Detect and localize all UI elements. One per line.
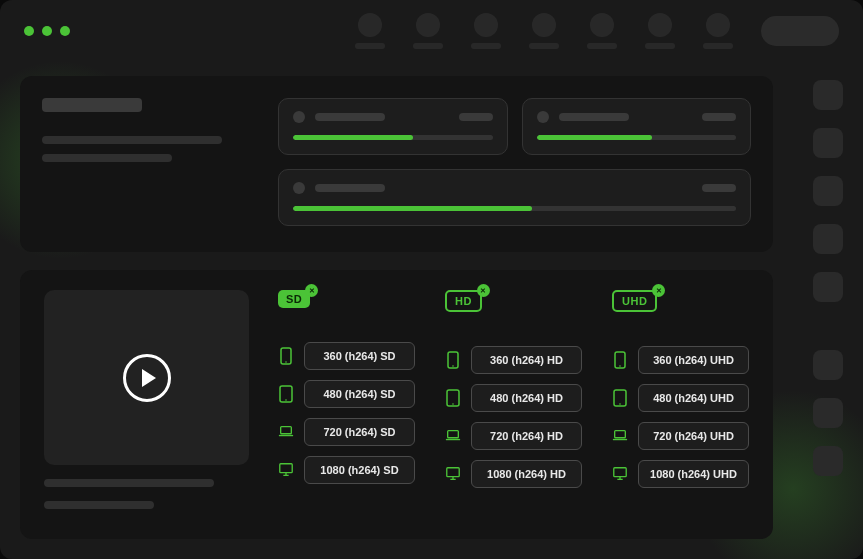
laptop-icon [278,422,294,442]
nav-action-button[interactable] [761,16,839,46]
format-row: 360 (h264) SD [278,342,415,370]
rail-button[interactable] [813,128,843,158]
format-button[interactable]: 720 (h264) HD [471,422,582,450]
svg-point-9 [452,403,454,405]
play-button[interactable] [123,354,171,402]
format-row: 360 (h264) HD [445,346,582,374]
format-button[interactable]: 480 (h264) UHD [638,384,749,412]
quality-badge-uhd[interactable]: UHD ✕ [612,290,657,312]
titlebar [0,0,863,62]
rail-button[interactable] [813,80,843,110]
rail-button[interactable] [813,272,843,302]
laptop-icon [445,426,461,446]
format-columns: SD ✕ 360 (h264) SD 480 (h264) SD [278,290,749,519]
rail-button[interactable] [813,350,843,380]
rail-button[interactable] [813,224,843,254]
quality-badge-sd[interactable]: SD ✕ [278,290,310,308]
video-preview[interactable] [44,290,249,465]
output-formats-panel: SD ✕ 360 (h264) SD 480 (h264) SD [20,270,773,539]
preview-meta-line [44,501,154,509]
nav-item[interactable] [471,13,501,49]
progress-meta-placeholder [702,113,736,121]
status-dot [293,111,305,123]
info-line [42,136,222,144]
format-button[interactable]: 360 (h264) SD [304,342,415,370]
desktop-icon [612,464,628,484]
progress-card[interactable] [278,98,508,155]
progress-label-placeholder [315,113,385,121]
format-row: 720 (h264) SD [278,418,415,446]
progress-label-placeholder [559,113,629,121]
svg-rect-5 [280,464,292,473]
svg-rect-10 [448,431,459,438]
tablet-icon [445,388,461,408]
phone-icon [612,350,628,370]
phone-icon [445,350,461,370]
preview-column [44,290,254,519]
svg-point-1 [285,361,287,363]
preview-meta-line [44,479,214,487]
right-rail [793,62,863,559]
info-line [42,154,172,162]
nav-item[interactable] [587,13,617,49]
app-window: SD ✕ 360 (h264) SD 480 (h264) SD [0,0,863,559]
progress-card[interactable] [522,98,752,155]
panel-title-placeholder [42,98,142,112]
encode-status-panel [20,76,773,252]
laptop-icon [612,426,628,446]
traffic-light-close[interactable] [24,26,34,36]
status-dot [293,182,305,194]
desktop-icon [278,460,294,480]
format-button[interactable]: 720 (h264) UHD [638,422,749,450]
format-row: 480 (h264) UHD [612,384,749,412]
desktop-icon [445,464,461,484]
format-button[interactable]: 1080 (h264) HD [471,460,582,488]
format-row: 1080 (h264) SD [278,456,415,484]
nav-item[interactable] [645,13,675,49]
share-icon[interactable]: ✕ [305,284,318,297]
format-button[interactable]: 1080 (h264) SD [304,456,415,484]
format-button[interactable]: 480 (h264) HD [471,384,582,412]
format-col-hd: HD ✕ 360 (h264) HD 480 (h264) HD [445,290,582,519]
share-icon[interactable]: ✕ [652,284,665,297]
rail-spacer [813,320,843,332]
svg-rect-11 [447,468,459,477]
panel-info [42,98,252,226]
svg-point-3 [285,399,287,401]
progress-card[interactable] [278,169,751,226]
format-button[interactable]: 360 (h264) HD [471,346,582,374]
format-button[interactable]: 480 (h264) SD [304,380,415,408]
share-icon[interactable]: ✕ [477,284,490,297]
svg-rect-4 [281,427,292,434]
rail-button[interactable] [813,446,843,476]
nav-item[interactable] [529,13,559,49]
format-row: 480 (h264) HD [445,384,582,412]
play-icon [142,369,156,387]
svg-point-7 [452,365,454,367]
format-col-sd: SD ✕ 360 (h264) SD 480 (h264) SD [278,290,415,519]
phone-icon [278,346,294,366]
progress-bar [293,135,493,140]
traffic-light-zoom[interactable] [60,26,70,36]
tablet-icon [278,384,294,404]
nav-item[interactable] [413,13,443,49]
progress-label-placeholder [315,184,385,192]
format-button[interactable]: 720 (h264) SD [304,418,415,446]
format-row: 480 (h264) SD [278,380,415,408]
traffic-light-minimize[interactable] [42,26,52,36]
format-row: 1080 (h264) UHD [612,460,749,488]
svg-point-13 [619,365,621,367]
main-area: SD ✕ 360 (h264) SD 480 (h264) SD [0,62,863,559]
quality-badge-hd[interactable]: HD ✕ [445,290,482,312]
rail-button[interactable] [813,398,843,428]
progress-bar [537,135,737,140]
nav-item[interactable] [703,13,733,49]
rail-button[interactable] [813,176,843,206]
format-button[interactable]: 1080 (h264) UHD [638,460,749,488]
format-row: 1080 (h264) HD [445,460,582,488]
content-column: SD ✕ 360 (h264) SD 480 (h264) SD [0,62,793,559]
titlebar-nav [355,13,839,49]
nav-item[interactable] [355,13,385,49]
format-button[interactable]: 360 (h264) UHD [638,346,749,374]
format-row: 360 (h264) UHD [612,346,749,374]
